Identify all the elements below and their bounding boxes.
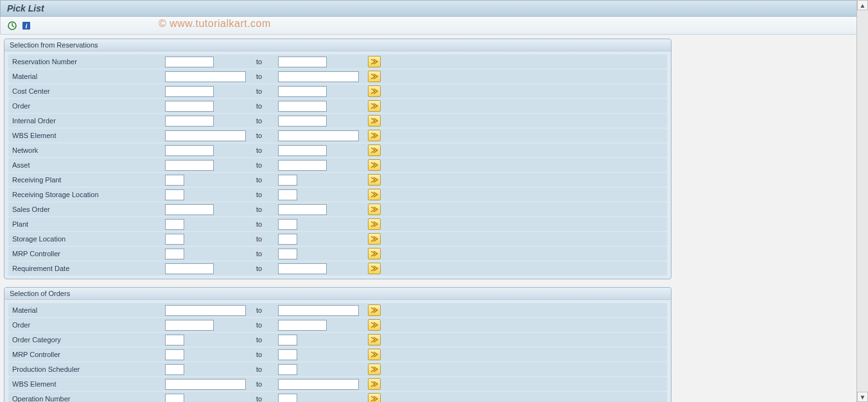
to-input[interactable] — [278, 71, 359, 82]
from-input[interactable] — [165, 379, 246, 390]
to-label: to — [254, 205, 278, 213]
to-input[interactable] — [278, 335, 297, 345]
to-input[interactable] — [278, 145, 327, 156]
to-input[interactable] — [278, 249, 297, 259]
from-input[interactable] — [165, 305, 246, 316]
field-label: WBS Element — [11, 380, 165, 388]
execute-icon[interactable] — [7, 21, 17, 31]
to-input[interactable] — [278, 234, 297, 245]
to-input[interactable] — [278, 189, 297, 200]
from-input[interactable] — [165, 335, 184, 345]
to-input[interactable] — [278, 175, 297, 186]
multiple-selection-button[interactable] — [368, 144, 381, 156]
page-title: Pick List — [7, 3, 44, 13]
from-input[interactable] — [165, 71, 246, 82]
to-label: to — [254, 265, 278, 272]
multiple-selection-button[interactable] — [368, 56, 381, 67]
to-label: to — [254, 351, 278, 358]
field-row: Receiving Plantto — [8, 173, 667, 187]
from-input[interactable] — [165, 263, 214, 274]
to-input[interactable] — [278, 101, 327, 112]
to-input[interactable] — [278, 320, 327, 331]
multiple-selection-button[interactable] — [368, 85, 381, 97]
from-input[interactable] — [165, 145, 214, 156]
to-input[interactable] — [278, 219, 297, 230]
multiple-selection-button[interactable] — [368, 189, 381, 200]
scroll-down-icon[interactable]: ▼ — [857, 392, 868, 402]
to-label: to — [254, 87, 278, 95]
to-input[interactable] — [278, 379, 359, 390]
to-input[interactable] — [278, 86, 327, 97]
to-label: to — [254, 58, 278, 66]
field-label: Order — [11, 102, 165, 110]
field-label: Order Category — [11, 336, 165, 344]
from-input[interactable] — [165, 349, 184, 360]
to-label: to — [254, 250, 278, 258]
from-input[interactable] — [165, 364, 184, 375]
from-input[interactable] — [165, 204, 214, 215]
field-row: Orderto — [8, 99, 667, 113]
to-input[interactable] — [278, 263, 327, 274]
field-row: Materialto — [8, 303, 667, 317]
multiple-selection-button[interactable] — [368, 174, 381, 186]
field-row: Networkto — [8, 143, 667, 157]
group-header: Selection from Reservations — [4, 39, 671, 51]
from-input[interactable] — [165, 175, 184, 186]
multiple-selection-button[interactable] — [368, 71, 381, 82]
field-label: Receiving Storage Location — [11, 191, 165, 198]
multiple-selection-button[interactable] — [368, 393, 381, 402]
field-row: WBS Elementto — [8, 377, 667, 391]
from-input[interactable] — [165, 219, 184, 230]
from-input[interactable] — [165, 57, 214, 67]
field-row: MRP Controllerto — [8, 247, 667, 261]
from-input[interactable] — [165, 320, 214, 331]
scroll-up-icon[interactable]: ▲ — [857, 0, 868, 10]
field-row: Orderto — [8, 318, 667, 332]
from-input[interactable] — [165, 130, 246, 141]
to-input[interactable] — [278, 364, 297, 375]
multiple-selection-button[interactable] — [368, 233, 381, 245]
field-row: Receiving Storage Locationto — [8, 188, 667, 202]
field-row: Plantto — [8, 217, 667, 231]
from-input[interactable] — [165, 249, 184, 259]
multiple-selection-button[interactable] — [368, 204, 381, 215]
content-area: Selection from ReservationsReservation N… — [0, 35, 868, 402]
to-input[interactable] — [278, 57, 327, 67]
from-input[interactable] — [165, 116, 214, 127]
multiple-selection-button[interactable] — [368, 100, 381, 112]
to-input[interactable] — [278, 394, 297, 403]
outer-scrollbar[interactable]: ▲ ▼ — [856, 0, 868, 402]
field-label: MRP Controller — [11, 250, 165, 258]
multiple-selection-button[interactable] — [368, 363, 381, 375]
from-input[interactable] — [165, 101, 214, 112]
to-input[interactable] — [278, 204, 327, 215]
multiple-selection-button[interactable] — [368, 319, 381, 331]
from-input[interactable] — [165, 234, 184, 245]
from-input[interactable] — [165, 160, 214, 171]
multiple-selection-button[interactable] — [368, 263, 381, 274]
from-input[interactable] — [165, 189, 184, 200]
multiple-selection-button[interactable] — [368, 378, 381, 390]
to-input[interactable] — [278, 116, 327, 127]
to-input[interactable] — [278, 130, 359, 141]
multiple-selection-button[interactable] — [368, 304, 381, 316]
field-row: MRP Controllerto — [8, 347, 667, 362]
to-input[interactable] — [278, 305, 359, 316]
multiple-selection-button[interactable] — [368, 218, 381, 230]
to-label: to — [254, 132, 278, 139]
multiple-selection-button[interactable] — [368, 248, 381, 259]
selection-group: Selection from ReservationsReservation N… — [4, 39, 672, 279]
to-input[interactable] — [278, 349, 297, 360]
from-input[interactable] — [165, 86, 214, 97]
multiple-selection-button[interactable] — [368, 349, 381, 360]
multiple-selection-button[interactable] — [368, 334, 381, 345]
multiple-selection-button[interactable] — [368, 115, 381, 127]
title-bar: Pick List — [0, 0, 868, 17]
field-row: Order Categoryto — [8, 333, 667, 347]
multiple-selection-button[interactable] — [368, 159, 381, 171]
from-input[interactable] — [165, 394, 184, 403]
to-input[interactable] — [278, 160, 327, 171]
multiple-selection-button[interactable] — [368, 130, 381, 141]
field-row: WBS Elementto — [8, 128, 667, 143]
info-icon[interactable]: i — [21, 21, 31, 31]
